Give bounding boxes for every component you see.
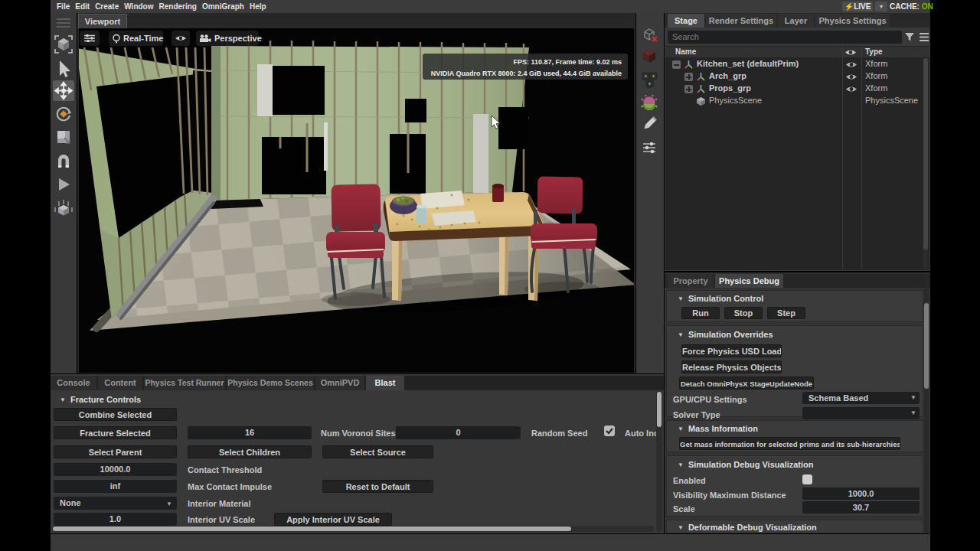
svg-text:Perspective: Perspective xyxy=(214,34,262,43)
svg-text:Real-Time: Real-Time xyxy=(123,34,163,43)
svg-text:NVIDIA Quadro RTX 8000: 2.4 Gi: NVIDIA Quadro RTX 8000: 2.4 GiB used, 44… xyxy=(431,70,622,77)
svg-text:FPS: 110.87, Frame time: 9.02: FPS: 110.87, Frame time: 9.02 ms xyxy=(513,58,622,66)
